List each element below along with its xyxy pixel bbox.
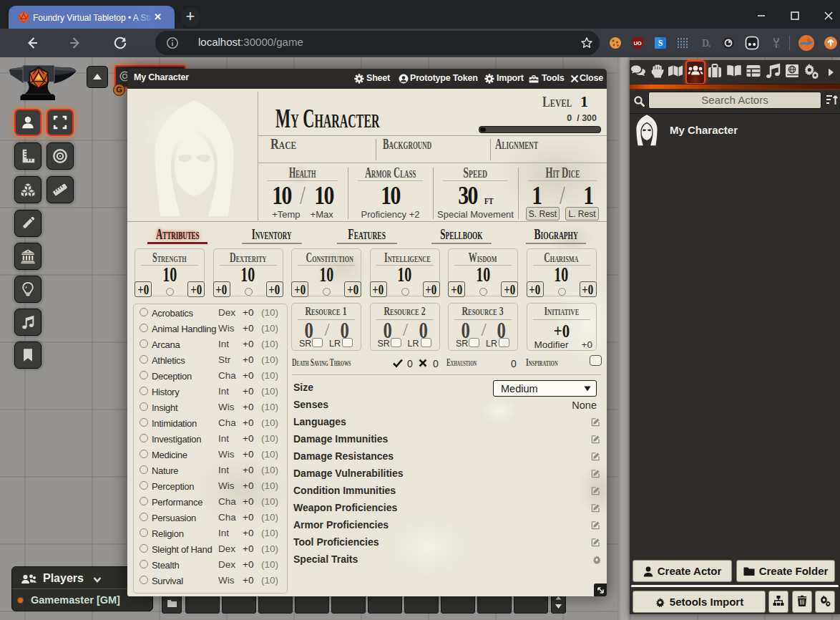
svg-text:S: S bbox=[658, 39, 663, 47]
svg-text:UO: UO bbox=[633, 40, 641, 47]
svg-text:D: D bbox=[702, 38, 709, 49]
